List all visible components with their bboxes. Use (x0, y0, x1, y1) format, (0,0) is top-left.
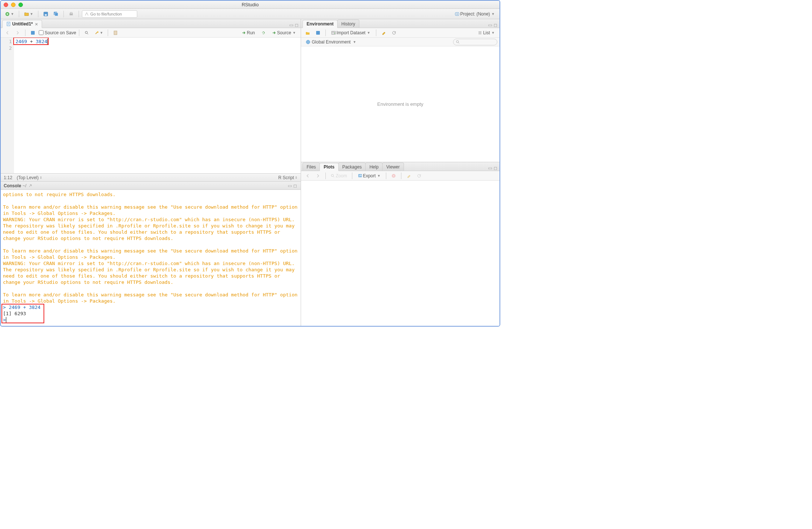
console-popout-icon[interactable] (28, 184, 32, 188)
clear-plots-button[interactable] (404, 172, 413, 180)
forward-button[interactable] (13, 29, 22, 36)
environment-search[interactable] (453, 39, 497, 45)
environment-tabs: Environment History ▭ ◻ (301, 19, 500, 28)
source-dropdown-button[interactable]: Source ▼ (269, 29, 298, 36)
tab-packages-label: Packages (342, 164, 362, 170)
remove-plot-button[interactable] (389, 172, 398, 180)
goto-file-function-input[interactable]: Go to file/function (82, 10, 137, 18)
source-editor[interactable]: 1 2 2469 + 3824 (1, 38, 301, 173)
source-on-save-label: Source on Save (45, 30, 76, 35)
export-plot-button[interactable]: Export ▼ (355, 172, 383, 180)
refresh-env-button[interactable] (390, 29, 398, 36)
import-dataset-label: Import Dataset (336, 30, 366, 35)
rerun-button[interactable] (259, 29, 268, 36)
console-header: Console ~/ ▭ ◻ (1, 182, 301, 190)
environment-toolbar: Import Dataset ▼ List ▼ (301, 28, 500, 38)
minimize-console-icon[interactable]: ▭ (288, 183, 292, 188)
source-statusbar: 1:12 (Top Level) ⇕ R Script ⇕ (1, 173, 301, 181)
console-result: [1] 6293 (3, 310, 298, 317)
wand-button[interactable]: ▼ (93, 29, 105, 36)
save-source-button[interactable] (28, 29, 37, 36)
save-all-button[interactable] (52, 10, 61, 18)
main-toolbar: ▼ ▼ Go to file/function Project: (None) … (1, 9, 500, 19)
maximize-console-icon[interactable]: ◻ (293, 183, 297, 188)
back-button[interactable] (3, 29, 12, 36)
tab-viewer-label: Viewer (386, 164, 400, 170)
minimize-env-icon[interactable]: ▭ (488, 22, 492, 28)
source-dropdown-label: Source (277, 30, 291, 35)
clear-workspace-button[interactable] (379, 29, 388, 36)
source-toolbar: Source on Save ▼ Run Source (1, 28, 301, 38)
refresh-plots-button[interactable] (415, 172, 424, 180)
svg-rect-13 (316, 31, 320, 35)
tab-history[interactable]: History (337, 20, 359, 28)
source-gutter: 1 2 (1, 38, 14, 173)
source-pane: Untitled1* × ▭ ◻ Source on Save (1, 19, 301, 181)
open-file-button[interactable]: ▼ (22, 10, 35, 18)
scope-label: (Top Level) (17, 175, 38, 180)
console-input-echo: > 2469 + 3824 (3, 304, 298, 310)
minimize-files-icon[interactable]: ▭ (488, 166, 492, 171)
tab-help[interactable]: Help (365, 163, 383, 171)
source-code[interactable]: 2469 + 3824 (14, 38, 301, 173)
export-plot-label: Export (363, 173, 376, 178)
environment-scope-selector[interactable]: Global Environment ▼ (303, 38, 359, 46)
save-button[interactable] (41, 10, 50, 18)
environment-scope-text: Global Environment (312, 39, 350, 45)
list-view-label: List (483, 30, 490, 35)
notebook-button[interactable] (111, 29, 120, 36)
project-label-text: Project: (None) (460, 11, 490, 17)
tab-viewer[interactable]: Viewer (382, 163, 404, 171)
environment-body: Environment is empty (301, 46, 500, 162)
plots-body (301, 181, 500, 326)
window-title: RStudio (242, 2, 259, 7)
cursor-position: 1:12 (4, 175, 12, 180)
plots-toolbar: Zoom Export ▼ (301, 171, 500, 181)
tab-plots-label: Plots (324, 164, 334, 170)
close-tab-icon[interactable]: × (35, 21, 38, 27)
list-view-button[interactable]: List ▼ (475, 29, 497, 36)
source-tab-label: Untitled1* (12, 21, 33, 27)
plot-prev-button[interactable] (303, 172, 312, 180)
svg-rect-10 (31, 31, 35, 35)
files-tabs: Files Plots Packages Help Viewer ▭ ◻ (301, 162, 500, 171)
tab-environment[interactable]: Environment (303, 20, 338, 28)
tab-plots[interactable]: Plots (319, 163, 338, 171)
print-button[interactable] (67, 10, 76, 18)
environment-scope-bar: Global Environment ▼ (301, 38, 500, 46)
environment-pane: Environment History ▭ ◻ Import Dataset ▼ (301, 19, 500, 162)
source-on-save-checkbox[interactable]: Source on Save (39, 30, 76, 35)
save-workspace-button[interactable] (314, 29, 322, 36)
run-label: Run (247, 30, 255, 35)
find-button[interactable] (82, 29, 91, 36)
tab-environment-label: Environment (307, 21, 334, 27)
maximize-env-icon[interactable]: ◻ (494, 22, 497, 28)
plot-next-button[interactable] (314, 172, 322, 180)
window-close-button[interactable] (4, 3, 8, 7)
environment-empty-message: Environment is empty (377, 101, 424, 107)
window-minimize-button[interactable] (11, 3, 15, 7)
goto-placeholder: Go to file/function (90, 12, 122, 16)
titlebar: RStudio (1, 1, 500, 9)
maximize-files-icon[interactable]: ◻ (494, 166, 497, 171)
zoom-button[interactable]: Zoom (329, 172, 349, 180)
svg-rect-6 (70, 12, 72, 14)
console-title: Console (4, 183, 21, 188)
console-path: ~/ (23, 183, 26, 188)
svg-point-11 (85, 31, 87, 34)
tab-packages[interactable]: Packages (338, 163, 366, 171)
svg-point-16 (456, 41, 459, 43)
console-output[interactable]: options to not require HTTPS downloads. … (1, 190, 301, 326)
window-maximize-button[interactable] (18, 3, 23, 7)
new-file-button[interactable]: ▼ (3, 10, 16, 18)
tab-files[interactable]: Files (303, 163, 320, 171)
minimize-pane-icon[interactable]: ▭ (289, 22, 293, 28)
project-selector[interactable]: Project: (None) ▼ (452, 10, 497, 18)
source-tab-untitled[interactable]: Untitled1* × (2, 20, 42, 28)
file-type-selector[interactable]: R Script ⇕ (278, 175, 298, 180)
import-dataset-button[interactable]: Import Dataset ▼ (329, 29, 373, 36)
run-button[interactable]: Run (239, 29, 258, 36)
scope-selector[interactable]: (Top Level) ⇕ (17, 175, 42, 180)
load-workspace-button[interactable] (303, 29, 312, 36)
maximize-pane-icon[interactable]: ◻ (295, 22, 298, 28)
